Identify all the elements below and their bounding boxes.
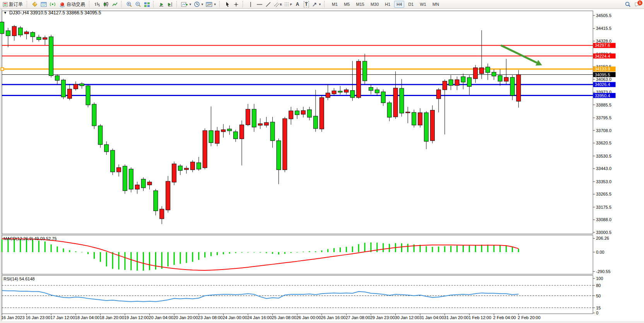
price-axis[interactable]: 34505.534415.534328.034238.034150.534063… [593,13,616,315]
price-tag-label: 34133.9 [595,67,610,71]
auto-scroll-icon [158,2,164,7]
candle [98,124,102,148]
line-chart-button[interactable] [111,0,119,8]
toolbar-separator [121,1,123,7]
indicators-button[interactable]: ▼ [180,0,193,8]
new-order-button[interactable]: 新订单 [1,0,25,8]
chart-canvas[interactable]: ▼DJ30-,H4 33910.5 34127.5 33866.5 34095.… [0,9,644,323]
time-axis-label: 30 Jan 12:00 [395,315,420,320]
zoom-in-button[interactable] [125,0,133,8]
main-toolbar: 新订单 自动交易 ▼ ▼ [0,0,644,9]
clock-icon [194,1,200,7]
data-window-button[interactable] [39,0,48,8]
time-axis-label: 26 Jan 16:00 [321,315,346,320]
symbol-dropdown-icon[interactable]: ▼ [3,11,7,15]
chart-shift-icon [167,2,173,7]
timeframe-H4[interactable]: H4 [394,1,404,8]
autotrading-icon [59,2,65,7]
candle [203,129,207,170]
rsi-axis-label: 15 [596,306,601,310]
candle [123,165,127,194]
tile-windows-button[interactable] [143,0,151,8]
signals-button[interactable] [48,0,57,8]
macd-axis-label: -290.55 [596,269,610,274]
candle [283,117,287,172]
templates-icon [206,2,213,7]
horizontal-line-tool-button[interactable] [255,0,264,8]
rsi-pane[interactable]: RSI(14) 54.6148 [2,275,593,314]
bar-chart-button[interactable] [93,0,101,8]
price-tag-label: 34224.4 [595,54,610,58]
text-tool-button[interactable]: A [293,0,302,8]
zoom-out-button[interactable] [134,0,142,8]
line-anchor-marker[interactable] [1,68,4,70]
templates-button[interactable]: ▼ [205,0,217,8]
fibonacci-tool-button[interactable]: F [283,0,293,8]
crosshair-tool-button[interactable] [232,0,241,8]
price-tick-label: 34328.0 [596,39,612,43]
search-button[interactable] [624,0,632,8]
candlestick-chart-icon [103,2,109,7]
notifications-button[interactable]: 1 [632,0,642,8]
candle [129,167,133,192]
time-axis-label: 31 Jan 20:00 [444,315,469,320]
timeframe-M30[interactable]: M30 [368,1,381,8]
trendline-tool-button[interactable] [264,0,273,8]
toolbar-separator [324,1,326,7]
time-axis[interactable]: 16 Jan 202316 Jan 23:0017 Jan 12:0018 Ja… [1,314,540,320]
macd-pane[interactable]: MACD(12,26,9) 49.09 52.75 [2,235,593,274]
timeframe-MN[interactable]: MN [430,1,441,8]
chart-shift-button[interactable] [166,0,174,8]
equidistant-channel-icon [274,2,280,7]
timeframe-M5[interactable]: M5 [342,1,352,8]
candle [172,162,176,185]
price-tick-label: 33620.5 [596,141,612,145]
price-tick-label: 33530.5 [596,154,612,158]
toolbar-separator [176,1,178,7]
vertical-line-tool-button[interactable] [246,0,255,8]
vertical-line-icon [248,2,253,7]
time-axis-label: 25 Jan 08:00 [272,315,297,320]
timeframe-W1[interactable]: W1 [417,1,429,8]
price-tick-label: 33175.5 [596,205,612,210]
time-axis-label: 19 Jan 12:00 [124,315,149,320]
rsi-axis-label: 100 [596,276,603,281]
data-window-icon [41,2,47,7]
timeframe-H1[interactable]: H1 [383,1,393,8]
trendline-icon [265,2,271,7]
candle [0,21,4,34]
candle [111,149,115,175]
price-tick-label: 34415.5 [596,26,612,31]
autotrading-button[interactable]: 自动交易 [57,0,87,8]
time-axis-label: 24 Jan 16:00 [247,315,272,320]
text-label-tool-button[interactable]: T [302,0,311,8]
time-axis-label: 18 Jan 20:00 [99,315,124,320]
price-tag-label: 34095.5 [595,72,610,77]
arrows-tool-button[interactable]: ▼ [311,0,322,8]
candlestick-chart-button[interactable] [102,0,110,8]
text-label-icon: T [304,1,309,7]
toolbar-separator [27,1,29,7]
time-axis-label: 27 Jan 08:00 [345,315,370,320]
market-watch-button[interactable] [31,0,39,8]
candle [49,35,53,78]
pane-splitter[interactable] [2,235,593,274]
time-axis-label: 2 Feb 20:00 [518,315,541,320]
equidistant-channel-tool-button[interactable]: E [273,0,283,8]
bar-chart-icon [94,2,100,7]
signals-icon [50,1,56,7]
periods-button[interactable]: ▼ [193,0,205,8]
price-tick-label: 33885.5 [596,103,612,107]
time-axis-label: 16 Jan 23:00 [26,315,51,320]
zoom-out-icon [135,1,141,7]
price-tick-label: 33000.5 [596,230,612,235]
auto-scroll-button[interactable] [157,0,166,8]
cursor-tool-button[interactable] [223,0,232,8]
macd-label: MACD(12,26,9) 49.09 52.75 [3,236,57,241]
main-pane[interactable]: ▼DJ30-,H4 33910.5 34127.5 33866.5 34095.… [0,10,593,234]
zoom-in-icon [126,1,132,7]
timeframe-M1[interactable]: M1 [330,1,340,8]
tile-windows-icon [144,2,150,7]
timeframe-D1[interactable]: D1 [406,1,416,8]
timeframe-M15[interactable]: M15 [354,1,366,8]
